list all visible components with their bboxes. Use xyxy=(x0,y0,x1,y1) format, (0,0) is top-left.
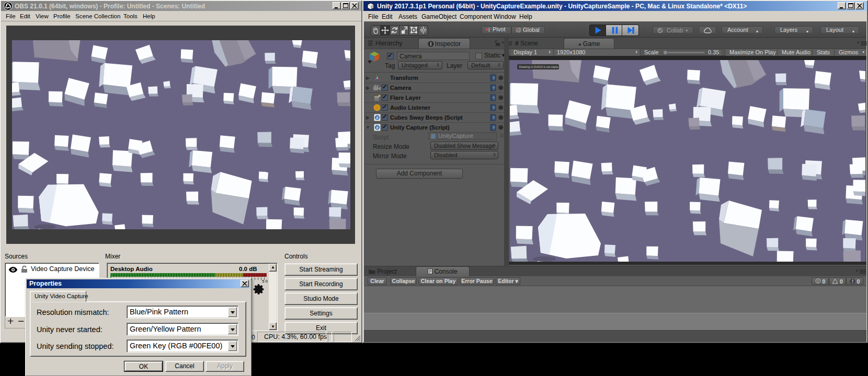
svg-text:?: ? xyxy=(493,125,495,130)
svg-text:#: # xyxy=(376,125,379,130)
svg-text:!: ! xyxy=(817,279,818,283)
svg-text:#: # xyxy=(376,115,379,120)
svg-text:?: ? xyxy=(493,105,495,110)
svg-text:?: ? xyxy=(493,86,495,90)
svg-text:?: ? xyxy=(493,115,495,120)
svg-text:?: ? xyxy=(493,96,495,100)
svg-text:?: ? xyxy=(493,76,495,80)
